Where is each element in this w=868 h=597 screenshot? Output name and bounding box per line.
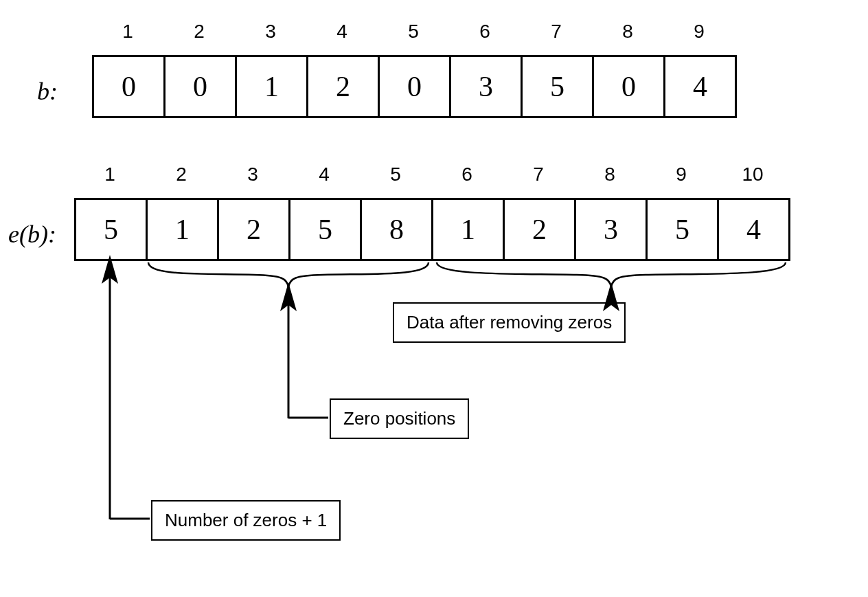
array-cell: 5 xyxy=(648,200,719,259)
index-cell: 6 xyxy=(449,21,521,43)
array-cell: 0 xyxy=(165,57,237,116)
index-cell: 9 xyxy=(663,21,735,43)
index-cell: 1 xyxy=(74,164,146,185)
eb-index-row: 1 2 3 4 5 6 7 8 9 10 xyxy=(74,164,788,185)
array-cell: 0 xyxy=(94,57,165,116)
array-cell: 2 xyxy=(505,200,576,259)
index-cell: 7 xyxy=(503,164,574,185)
diagram-canvas: b: 1 2 3 4 5 6 7 8 9 0 0 1 2 0 3 5 0 4 e… xyxy=(0,0,868,597)
array-cell: 3 xyxy=(576,200,648,259)
array-cell: 5 xyxy=(523,57,594,116)
index-cell: 3 xyxy=(235,21,306,43)
array-cell: 1 xyxy=(148,200,219,259)
label-eb: e(b): xyxy=(8,220,56,249)
annotation-data-after: Data after removing zeros xyxy=(393,302,626,343)
index-cell: 6 xyxy=(431,164,503,185)
index-cell: 5 xyxy=(360,164,431,185)
array-cell: 8 xyxy=(362,200,433,259)
array-cell: 4 xyxy=(665,57,735,116)
index-cell: 2 xyxy=(146,164,217,185)
array-cell: 5 xyxy=(290,200,362,259)
index-cell: 9 xyxy=(646,164,717,185)
array-cell: 3 xyxy=(451,57,523,116)
index-cell: 8 xyxy=(574,164,646,185)
index-cell: 7 xyxy=(521,21,592,43)
array-cell: 0 xyxy=(380,57,451,116)
array-cell: 0 xyxy=(594,57,665,116)
array-cell: 2 xyxy=(219,200,290,259)
array-cell: 5 xyxy=(76,200,148,259)
index-cell: 8 xyxy=(592,21,663,43)
index-cell: 1 xyxy=(92,21,163,43)
array-cell: 2 xyxy=(308,57,380,116)
array-cell: 1 xyxy=(433,200,505,259)
b-array: 0 0 1 2 0 3 5 0 4 xyxy=(92,55,737,118)
index-cell: 5 xyxy=(378,21,449,43)
annotation-num-zeros: Number of zeros + 1 xyxy=(151,500,341,541)
index-cell: 4 xyxy=(288,164,360,185)
array-cell: 1 xyxy=(237,57,308,116)
index-cell: 4 xyxy=(306,21,378,43)
eb-array: 5 1 2 5 8 1 2 3 5 4 xyxy=(74,198,790,261)
array-cell: 4 xyxy=(719,200,788,259)
index-cell: 10 xyxy=(717,164,788,185)
index-cell: 3 xyxy=(217,164,288,185)
b-index-row: 1 2 3 4 5 6 7 8 9 xyxy=(92,21,735,43)
label-b: b: xyxy=(37,77,58,106)
annotation-zero-positions: Zero positions xyxy=(330,398,469,439)
index-cell: 2 xyxy=(163,21,235,43)
